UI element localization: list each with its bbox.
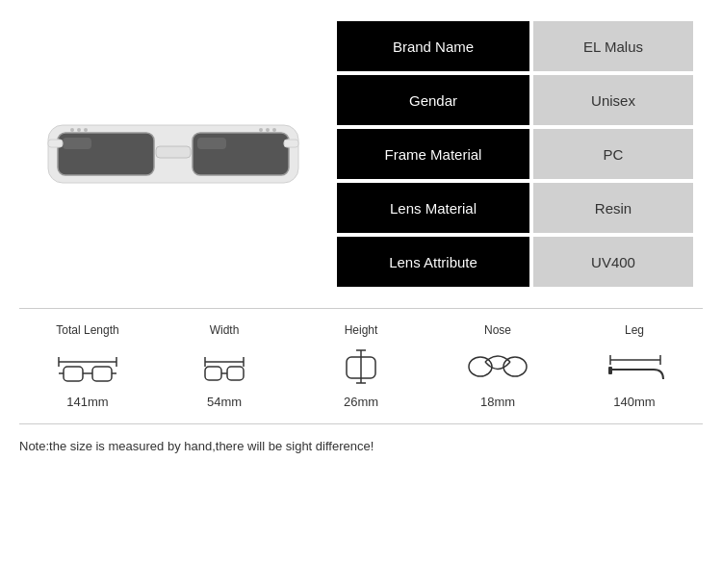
spec-row-4: Lens AttributeUV400: [337, 237, 693, 287]
spec-value-1: Unisex: [533, 75, 693, 125]
svg-point-11: [259, 128, 263, 132]
top-section: Brand NameEL MalusGendarUnisexFrame Mate…: [0, 0, 722, 308]
product-image-section: [19, 19, 327, 289]
svg-point-8: [70, 128, 74, 132]
measurement-height: Height 26mm: [293, 323, 429, 409]
note-section: Note:the size is measured by hand,there …: [0, 429, 722, 462]
page-container: Brand NameEL MalusGendarUnisexFrame Mate…: [0, 0, 722, 588]
spec-row-0: Brand NameEL Malus: [337, 21, 693, 71]
svg-rect-17: [64, 367, 83, 381]
nose-label: Nose: [484, 323, 511, 337]
bottom-divider: [19, 423, 703, 424]
svg-rect-6: [48, 140, 63, 147]
svg-rect-5: [156, 146, 191, 158]
spec-label-0: Brand Name: [337, 21, 529, 71]
svg-rect-18: [92, 367, 112, 381]
spec-row-3: Lens MaterialResin: [337, 183, 693, 233]
spec-label-1: Gendar: [337, 75, 529, 125]
spec-label-3: Lens Material: [337, 183, 529, 233]
spec-value-3: Resin: [533, 183, 693, 233]
svg-rect-7: [284, 140, 298, 147]
svg-rect-25: [205, 367, 221, 380]
spec-label-4: Lens Attribute: [337, 237, 529, 287]
height-icon: [327, 342, 395, 390]
width-value: 54mm: [207, 395, 242, 409]
svg-point-10: [84, 128, 88, 132]
nose-icon: [464, 342, 531, 390]
total-length-value: 141mm: [66, 395, 108, 409]
measurements-section: Total Length 141mm Width: [0, 309, 722, 419]
specs-section: Brand NameEL MalusGendarUnisexFrame Mate…: [337, 21, 693, 287]
spec-value-4: UV400: [533, 237, 693, 287]
leg-icon: [601, 342, 668, 390]
measurement-total-length: Total Length 141mm: [19, 323, 156, 409]
svg-rect-4: [197, 138, 226, 149]
measurement-width: Width 54mm: [156, 323, 293, 409]
height-value: 26mm: [344, 395, 378, 409]
svg-point-32: [469, 357, 492, 376]
note-text: Note:the size is measured by hand,there …: [19, 439, 374, 453]
spec-row-2: Frame MaterialPC: [337, 129, 693, 179]
spec-value-2: PC: [533, 129, 693, 179]
width-label: Width: [210, 323, 240, 337]
spec-value-0: EL Malus: [533, 21, 693, 71]
leg-label: Leg: [625, 323, 644, 337]
total-length-label: Total Length: [56, 323, 118, 337]
nose-value: 18mm: [480, 395, 515, 409]
svg-point-13: [272, 128, 276, 132]
measurement-nose: Nose 18mm: [429, 323, 566, 409]
spec-label-2: Frame Material: [337, 129, 529, 179]
height-label: Height: [345, 323, 378, 337]
svg-point-9: [77, 128, 81, 132]
measurement-leg: Leg 140mm: [566, 323, 703, 409]
svg-rect-26: [227, 367, 244, 380]
svg-rect-37: [608, 367, 612, 374]
leg-value: 140mm: [613, 395, 655, 409]
svg-point-12: [266, 128, 270, 132]
svg-rect-2: [63, 138, 91, 149]
total-length-icon: [54, 342, 121, 390]
svg-point-33: [503, 357, 527, 376]
sunglasses-image: [39, 77, 308, 231]
spec-row-1: GendarUnisex: [337, 75, 693, 125]
width-icon: [191, 342, 258, 390]
